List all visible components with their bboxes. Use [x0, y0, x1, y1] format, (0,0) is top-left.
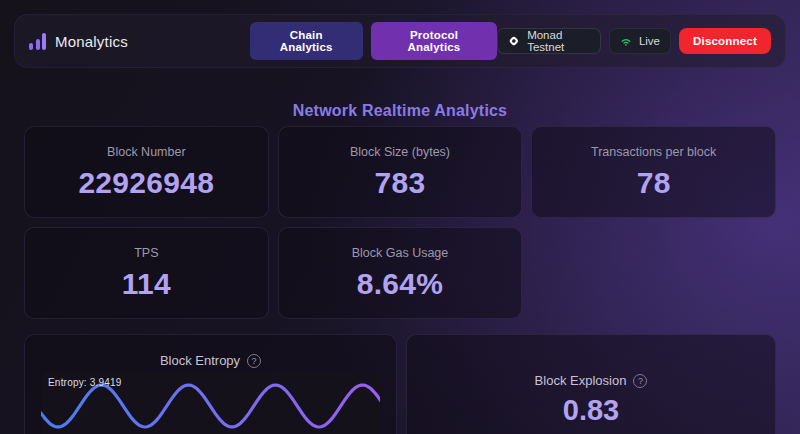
- block-explosion-title: Block Explosion: [535, 373, 627, 388]
- chain-analytics-button[interactable]: Chain Analytics: [250, 22, 363, 60]
- entropy-overlay-label: Entropy: 3.9419: [48, 377, 122, 388]
- block-explosion-card: Block Explosion ? 0.83: [406, 334, 776, 434]
- network-badge-label: Monad Testnet: [527, 29, 590, 53]
- page-title: Network Realtime Analytics: [24, 102, 776, 120]
- navbar: Monalytics Chain Analytics Protocol Anal…: [14, 14, 786, 68]
- stat-value: 78: [637, 166, 671, 200]
- network-badge[interactable]: Monad Testnet: [497, 28, 600, 54]
- entropy-chart: Entropy: 3.9419: [41, 373, 380, 434]
- brand[interactable]: Monalytics: [29, 33, 128, 50]
- protocol-analytics-button[interactable]: Protocol Analytics: [371, 22, 498, 60]
- wifi-signal-icon: [620, 35, 632, 47]
- stat-label: Transactions per block: [591, 145, 716, 159]
- stat-card-block-size: Block Size (bytes) 783: [278, 126, 523, 218]
- stat-label: TPS: [134, 246, 158, 260]
- stats-row-1: Block Number 22926948 Block Size (bytes)…: [24, 126, 776, 218]
- bar-chart-logo-icon: [29, 33, 46, 50]
- bottom-row: Block Entropy ? Entropy: 3.9419: [24, 334, 776, 434]
- stat-value: 22926948: [78, 166, 214, 200]
- stat-value: 8.64%: [357, 267, 444, 301]
- brand-name: Monalytics: [55, 33, 128, 50]
- stat-label: Block Number: [107, 145, 186, 159]
- stat-value: 114: [122, 267, 171, 301]
- stat-label: Block Gas Usage: [352, 246, 449, 260]
- live-badge-label: Live: [639, 35, 660, 47]
- main-content: Network Realtime Analytics Block Number …: [24, 68, 776, 434]
- stat-label: Block Size (bytes): [350, 145, 450, 159]
- stat-card-block-gas-usage: Block Gas Usage 8.64%: [278, 227, 523, 319]
- disconnect-button[interactable]: Disconnect: [679, 28, 771, 54]
- stat-card-tps: TPS 114: [24, 227, 269, 319]
- nav-tabs: Chain Analytics Protocol Analytics: [250, 22, 498, 60]
- stat-card-block-number: Block Number 22926948: [24, 126, 269, 218]
- live-badge: Live: [609, 28, 671, 54]
- help-icon[interactable]: ?: [247, 354, 261, 368]
- help-icon[interactable]: ?: [633, 374, 647, 388]
- app-background: { "navbar": { "brand": "Monalytics", "ch…: [0, 0, 800, 434]
- empty-grid-slot: [531, 227, 776, 319]
- navbar-right: Monad Testnet Live Disconnect: [497, 28, 771, 54]
- stats-row-2: TPS 114 Block Gas Usage 8.64%: [24, 227, 776, 319]
- block-explosion-value: 0.83: [563, 394, 619, 427]
- monad-logo-icon: [508, 34, 520, 48]
- block-entropy-title: Block Entropy: [160, 353, 240, 368]
- stat-value: 783: [375, 166, 426, 200]
- stat-card-transactions-per-block: Transactions per block 78: [531, 126, 776, 218]
- block-entropy-card: Block Entropy ? Entropy: 3.9419: [24, 334, 397, 434]
